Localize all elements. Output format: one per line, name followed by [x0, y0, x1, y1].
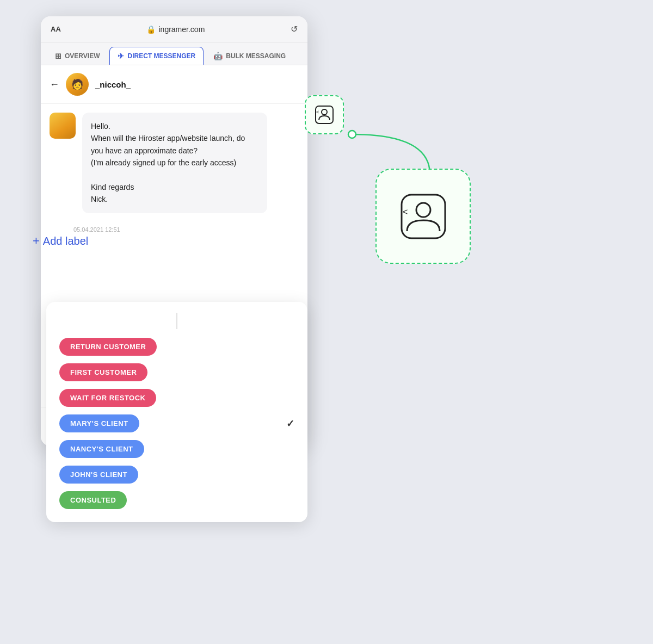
browser-bar: AA 🔒 ingramer.com ↺: [41, 16, 307, 42]
message-time: 05.04.2021 12:51: [41, 226, 307, 233]
username: _niccoh_: [95, 80, 131, 89]
url-text: ingramer.com: [158, 25, 205, 34]
person-icon-small: <: [315, 105, 334, 125]
label-marys-client[interactable]: MARY'S CLIENT: [59, 414, 139, 432]
overview-icon: ⊞: [55, 52, 61, 60]
label-consulted[interactable]: CONSULTED: [59, 491, 127, 509]
list-item: CONSULTED: [59, 491, 294, 509]
person-icon-large: <: [399, 192, 448, 241]
refresh-button[interactable]: ↺: [291, 24, 298, 34]
tab-overview-label: OVERVIEW: [65, 52, 100, 60]
avatar: 🧑: [66, 73, 89, 96]
add-label-button[interactable]: + Add label: [33, 234, 88, 248]
font-size-control[interactable]: AA: [51, 25, 61, 33]
message-bubble: Hello. When will the Hiroster app/websit…: [82, 113, 267, 213]
label-johns-client[interactable]: JOHN'S CLIENT: [59, 466, 138, 484]
bulk-icon: 🤖: [213, 52, 223, 60]
address-bar[interactable]: 🔒 ingramer.com: [146, 25, 205, 34]
tab-direct-messenger[interactable]: ✈ DIRECT MESSENGER: [109, 47, 204, 65]
list-item: JOHN'S CLIENT: [59, 466, 294, 484]
labels-list: RETURN CUSTOMER FIRST CUSTOMER WAIT FOR …: [59, 338, 294, 509]
list-item: FIRST CUSTOMER: [59, 363, 294, 381]
list-item: NANCY'S CLIENT: [59, 440, 294, 458]
svg-point-6: [416, 203, 430, 217]
list-item: RETURN CUSTOMER: [59, 338, 294, 356]
list-item: WAIT FOR RESTOCK: [59, 389, 294, 407]
nav-tabs: ⊞ OVERVIEW ✈ DIRECT MESSENGER 🤖 BULK MES…: [41, 42, 307, 65]
divider: [176, 313, 177, 329]
add-label-text: Add label: [43, 235, 88, 247]
svg-point-0: [348, 131, 356, 138]
lock-icon: 🔒: [146, 25, 156, 34]
svg-point-3: [322, 109, 327, 115]
message-avatar-image: [50, 113, 76, 139]
label-wait-for-restock[interactable]: WAIT FOR RESTOCK: [59, 389, 156, 407]
check-icon: ✓: [286, 418, 294, 430]
message-area: Hello. When will the Hiroster app/websit…: [41, 104, 307, 222]
avatar-image: 🧑: [66, 73, 89, 96]
label-return-customer[interactable]: RETURN CUSTOMER: [59, 338, 157, 356]
tab-direct-messenger-label: DIRECT MESSENGER: [127, 52, 195, 60]
flow-area: < <: [272, 54, 642, 326]
back-button[interactable]: ←: [50, 79, 59, 90]
chat-header: ← 🧑 _niccoh_: [41, 65, 307, 104]
message-avatar: [50, 113, 76, 139]
tab-overview[interactable]: ⊞ OVERVIEW: [47, 47, 107, 65]
plus-icon: +: [33, 234, 40, 248]
label-first-customer[interactable]: FIRST CUSTOMER: [59, 363, 147, 381]
node-large[interactable]: <: [375, 169, 471, 264]
svg-text:<: <: [403, 207, 408, 216]
labels-panel: RETURN CUSTOMER FIRST CUSTOMER WAIT FOR …: [46, 302, 307, 522]
messenger-icon: ✈: [118, 52, 124, 60]
list-item: MARY'S CLIENT ✓: [59, 414, 294, 432]
node-small[interactable]: <: [305, 95, 344, 134]
svg-text:<: <: [316, 109, 319, 115]
label-nancys-client[interactable]: NANCY'S CLIENT: [59, 440, 144, 458]
